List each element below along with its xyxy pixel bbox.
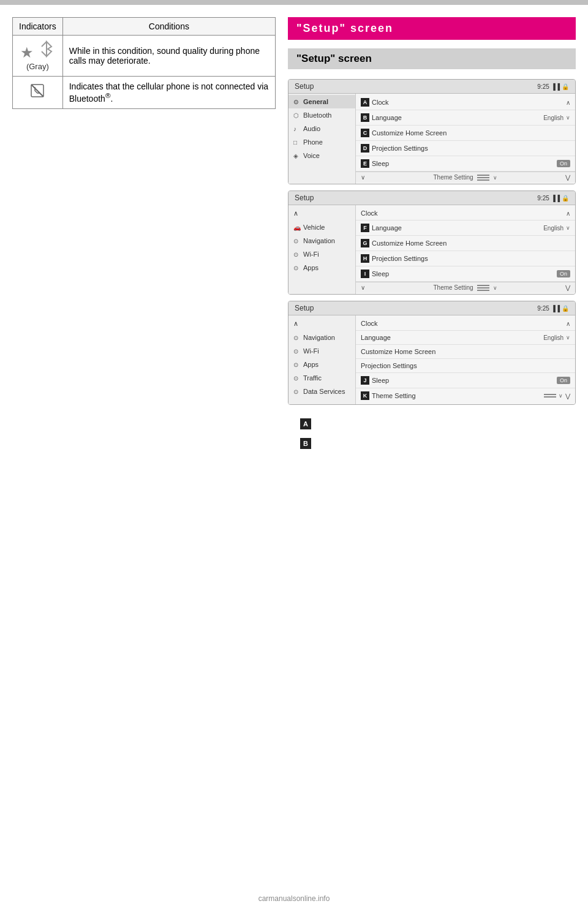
bluetooth-gray-condition: While in this condition, sound quality d…: [62, 36, 275, 77]
nav-audio[interactable]: ♪ Audio: [288, 122, 355, 135]
badge-D: D: [361, 144, 369, 153]
nav-general-label: General: [303, 98, 328, 105]
screen3-header: Setup 9:25 ▐▐ 🔒: [288, 301, 575, 315]
screen2-row-sleep[interactable]: I Sleep On: [356, 266, 575, 282]
screen2-row-clock[interactable]: Clock ∧: [356, 206, 575, 221]
screen2-nav: ∧ 🚗 Vehicle ⊙ Navigation ⊙ Wi-Fi: [288, 205, 356, 294]
screen3-theme-value[interactable]: ∨ ⋁: [544, 393, 570, 399]
nav-bluetooth[interactable]: ⬡ Bluetooth: [288, 108, 355, 122]
svg-marker-0: [47, 42, 51, 56]
language-label: Language: [372, 114, 402, 121]
left-column: Indicators Conditions ★: [12, 17, 276, 888]
screen2-sleep-toggle[interactable]: On: [557, 270, 570, 277]
nav2-apps[interactable]: ⊙ Apps: [288, 261, 355, 274]
nav-general[interactable]: ⊙ General: [288, 95, 355, 108]
nav2-navigation-label: Navigation: [303, 237, 335, 244]
badge-C: C: [361, 129, 369, 137]
screen3-content: Clock ∧ Language English ∨ Customize Hom…: [356, 315, 575, 404]
screen3-sleep-toggle[interactable]: On: [557, 377, 570, 384]
screen1-row-language[interactable]: B Language English ∨: [356, 110, 575, 126]
nav3-traffic-icon: ⊙: [293, 375, 301, 382]
nav-bluetooth-label: Bluetooth: [303, 111, 331, 119]
nav3-up-icon: ∧: [293, 320, 298, 328]
screen2-body: ∧ 🚗 Vehicle ⊙ Navigation ⊙ Wi-Fi: [288, 205, 575, 294]
nav3-wifi-icon: ⊙: [293, 348, 301, 355]
screen2-status: 9:25 ▐▐ 🔒: [537, 195, 569, 202]
nav2-up[interactable]: ∧: [288, 206, 355, 221]
annotation-section: A B: [288, 411, 576, 469]
screen2-theme-row[interactable]: Theme Setting ∨: [433, 284, 497, 291]
nav3-wifi[interactable]: ⊙ Wi-Fi: [288, 344, 355, 358]
phone-slash-icon: [19, 82, 56, 103]
screen2-language-value: English ∨: [543, 225, 570, 232]
general-nav-icon: ⊙: [293, 99, 301, 105]
screen2-signal: ▐▐: [551, 195, 560, 202]
screen3-line-2: [544, 396, 556, 398]
theme-lines: [477, 175, 489, 181]
bluetooth-icon-cell: ★ (Gray): [13, 36, 63, 77]
top-bar: [0, 0, 588, 5]
nav-voice[interactable]: ◈ Voice: [288, 149, 355, 162]
screen3-status: 9:25 ▐▐ 🔒: [537, 305, 569, 312]
phone-nav-icon: □: [293, 139, 301, 146]
screen3-projection-label: Projection Settings: [361, 362, 417, 369]
screen3-row-sleep[interactable]: J Sleep On: [356, 373, 575, 388]
screen2-sleep-label: Sleep: [372, 270, 389, 277]
audio-nav-icon: ♪: [293, 126, 301, 132]
nav3-dataservices[interactable]: ⊙ Data Services: [288, 385, 355, 398]
screen1-row-projection[interactable]: D Projection Settings: [356, 141, 575, 156]
screen3-clock-chevron: ∧: [566, 320, 570, 327]
annotation-badge-A: A: [300, 418, 311, 429]
badge-B: B: [361, 113, 369, 122]
nav2-up-icon: ∧: [293, 209, 298, 217]
screen3-row-projection[interactable]: Projection Settings: [356, 359, 575, 373]
screen1-row-sleep[interactable]: E Sleep On: [356, 156, 575, 172]
screen2-lock: 🔒: [562, 195, 569, 202]
nav2-vehicle[interactable]: 🚗 Vehicle: [288, 221, 355, 234]
badge-G: G: [361, 239, 369, 247]
nav3-traffic[interactable]: ⊙ Traffic: [288, 371, 355, 385]
screen1-title: Setup: [295, 82, 314, 91]
screen3-lock: 🔒: [562, 305, 569, 312]
screen3-title: Setup: [295, 304, 314, 312]
nav2-navigation[interactable]: ⊙ Navigation: [288, 234, 355, 247]
language-value: English ∨: [543, 115, 570, 121]
screen3-row-customize[interactable]: Customize Home Screen: [356, 345, 575, 359]
nav3-traffic-label: Traffic: [303, 374, 322, 382]
nav2-apps-label: Apps: [303, 264, 318, 271]
sleep-toggle[interactable]: On: [557, 160, 570, 167]
theme-row[interactable]: Theme Setting ∨: [433, 174, 497, 181]
screen2-row-projection[interactable]: H Projection Settings: [356, 251, 575, 266]
table-row: Indicates that the cel­lular phone is no…: [13, 77, 276, 109]
screen2-header: Setup 9:25 ▐▐ 🔒: [288, 191, 575, 205]
nav3-navigation[interactable]: ⊙ Navigation: [288, 331, 355, 344]
screen2-row-customize[interactable]: G Customize Home Screen: [356, 236, 575, 251]
screen3-double-chevron: ⋁: [565, 393, 570, 399]
nav-voice-label: Voice: [303, 152, 320, 159]
nav3-up[interactable]: ∧: [288, 317, 355, 331]
nav3-wifi-label: Wi-Fi: [303, 347, 319, 355]
svg-line-4: [31, 85, 43, 97]
screen3-row-language[interactable]: Language English ∨: [356, 331, 575, 345]
nav2-vehicle-label: Vehicle: [303, 224, 325, 231]
screen2-time: 9:25: [537, 195, 549, 202]
footer-double-chevron: ⋁: [565, 174, 570, 181]
screen3-row-clock[interactable]: Clock ∧: [356, 317, 575, 331]
nav2-wifi[interactable]: ⊙ Wi-Fi: [288, 247, 355, 261]
table-row: ★ (Gray) While in this condition, sound …: [13, 36, 276, 77]
clock-chevron: ∧: [566, 99, 570, 106]
bluetooth-nav-icon: ⬡: [293, 112, 301, 119]
nav3-apps[interactable]: ⊙ Apps: [288, 358, 355, 371]
screen1-row-customize[interactable]: C Customize Home Screen: [356, 126, 575, 141]
screen2-theme-lines: [477, 285, 489, 291]
badge-K: K: [361, 391, 369, 400]
screen1-content: A Clock ∧ B Language English ∨ C Customi…: [356, 94, 575, 184]
annotation-B: B: [300, 437, 564, 449]
screen2-row-language[interactable]: F Language English ∨: [356, 221, 575, 236]
screen3-row-theme[interactable]: K Theme Setting ∨ ⋁: [356, 388, 575, 403]
screen1-row-clock[interactable]: A Clock ∧: [356, 95, 575, 110]
navigation-nav-icon: ⊙: [293, 238, 301, 244]
nav3-dataservices-icon: ⊙: [293, 388, 301, 395]
screen3-body: ∧ ⊙ Navigation ⊙ Wi-Fi ⊙ Apps: [288, 315, 575, 404]
nav-phone[interactable]: □ Phone: [288, 135, 355, 149]
